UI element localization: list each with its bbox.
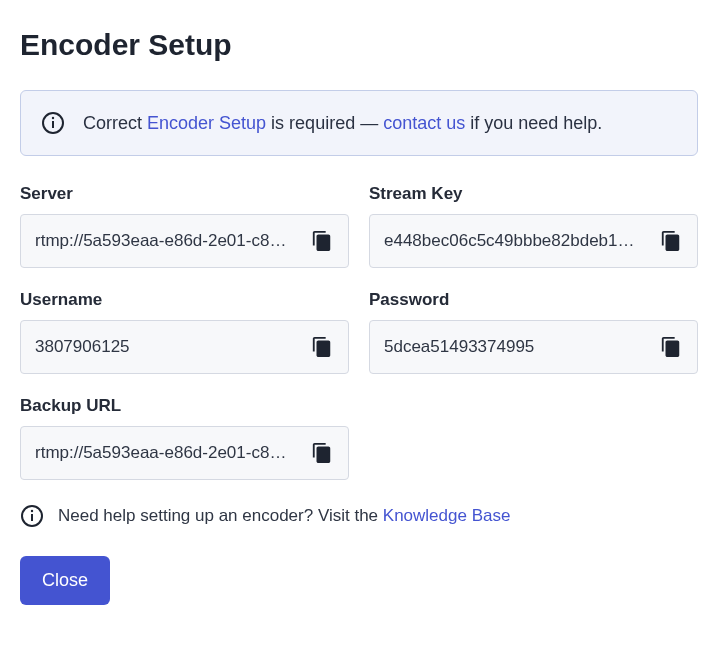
copy-icon[interactable]: [659, 335, 683, 359]
copy-icon[interactable]: [310, 335, 334, 359]
info-banner: Correct Encoder Setup is required — cont…: [20, 90, 698, 156]
stream-key-field: Stream Key e448bec06c5c49bbbe82bdeb1…: [369, 184, 698, 268]
backup-url-value: rtmp://5a593eaa-e86d-2e01-c8…: [35, 443, 300, 463]
username-label: Username: [20, 290, 349, 310]
help-row: Need help setting up an encoder? Visit t…: [20, 504, 698, 528]
username-value: 3807906125: [35, 337, 300, 357]
copy-icon[interactable]: [310, 441, 334, 465]
svg-point-2: [52, 117, 54, 119]
backup-url-field: Backup URL rtmp://5a593eaa-e86d-2e01-c8…: [20, 396, 349, 480]
username-field: Username 3807906125: [20, 290, 349, 374]
svg-point-5: [31, 510, 33, 512]
close-button[interactable]: Close: [20, 556, 110, 605]
password-field: Password 5dcea51493374995: [369, 290, 698, 374]
knowledge-base-link[interactable]: Knowledge Base: [383, 506, 511, 525]
password-label: Password: [369, 290, 698, 310]
contact-us-link[interactable]: contact us: [383, 113, 465, 133]
help-text: Need help setting up an encoder? Visit t…: [58, 506, 510, 526]
server-value: rtmp://5a593eaa-e86d-2e01-c8…: [35, 231, 300, 251]
info-banner-text: Correct Encoder Setup is required — cont…: [83, 113, 602, 134]
password-value: 5dcea51493374995: [384, 337, 649, 357]
server-field: Server rtmp://5a593eaa-e86d-2e01-c8…: [20, 184, 349, 268]
copy-icon[interactable]: [310, 229, 334, 253]
server-label: Server: [20, 184, 349, 204]
encoder-setup-link[interactable]: Encoder Setup: [147, 113, 266, 133]
page-title: Encoder Setup: [20, 28, 698, 62]
copy-icon[interactable]: [659, 229, 683, 253]
info-icon: [41, 111, 65, 135]
backup-url-label: Backup URL: [20, 396, 349, 416]
stream-key-label: Stream Key: [369, 184, 698, 204]
stream-key-value: e448bec06c5c49bbbe82bdeb1…: [384, 231, 649, 251]
info-icon: [20, 504, 44, 528]
